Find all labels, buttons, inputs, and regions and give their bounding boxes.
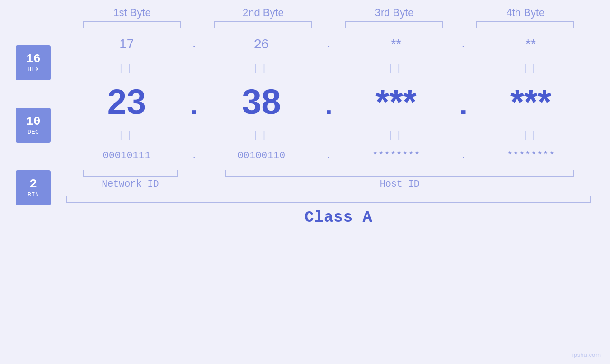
bin-name: BIN: [28, 191, 38, 198]
dec-cell-1: 23: [66, 84, 187, 120]
watermark: ipshu.com: [572, 351, 601, 358]
dot-1: .: [187, 37, 201, 51]
hex-cell-4: **: [470, 37, 591, 52]
dec-cell-3: ***: [336, 84, 457, 120]
par-1-1: ||: [118, 63, 135, 74]
hex-cell-1: 17: [66, 37, 187, 52]
top-bracket-cell-2: [197, 21, 328, 28]
host-bracket-wrapper: [208, 170, 591, 177]
par-2-1: ||: [118, 131, 135, 141]
bin-val-1: 00010111: [103, 150, 150, 161]
top-bracket-cell-1: [66, 21, 197, 28]
hex-val-1: 17: [119, 37, 134, 52]
hex-cell-2: 26: [201, 37, 322, 52]
hex-num: 16: [26, 53, 40, 65]
par-2-3: ||: [387, 131, 404, 141]
bin-num: 2: [29, 178, 37, 190]
top-bracket-1: [83, 21, 181, 28]
hex-val-2: 26: [254, 37, 269, 52]
bin-cell-2: 00100110: [201, 150, 322, 161]
hex-values-row: 17 . 26 . ** . **: [66, 28, 610, 61]
bin-val-2: 00100110: [237, 150, 285, 161]
base-labels-column: 16 HEX 10 DEC 2 BIN: [0, 0, 66, 364]
class-label-row: Class A: [66, 208, 610, 226]
page-container: 16 HEX 10 DEC 2 BIN 1st Byte 2nd Byte 3r…: [0, 0, 610, 364]
top-brackets-row: [66, 21, 610, 28]
dec-badge: 10 DEC: [16, 108, 51, 143]
top-bracket-4: [476, 21, 574, 28]
dec-values-row: 23 . 38 . *** . ***: [66, 76, 610, 128]
par-1-3: ||: [387, 63, 404, 74]
top-bracket-3: [345, 21, 443, 28]
hex-name: HEX: [28, 66, 38, 73]
right-column: 1st Byte 2nd Byte 3rd Byte 4th Byte 17: [66, 0, 610, 364]
network-bracket: [83, 170, 178, 177]
top-bracket-2: [214, 21, 312, 28]
byte-label-2: 2nd Byte: [197, 7, 328, 19]
dec-dot-1: .: [187, 93, 201, 121]
bin-cell-4: ********: [470, 150, 591, 161]
bin-cell-1: 00010111: [66, 150, 187, 161]
network-id-label: Network ID: [66, 178, 194, 189]
dec-name: DEC: [28, 129, 38, 136]
top-bracket-cell-4: [460, 21, 591, 28]
dec-dot-3: .: [456, 93, 470, 121]
dec-val-2: 38: [242, 84, 281, 120]
hex-cell-3: **: [336, 37, 457, 52]
parallel-row-2: || || || ||: [66, 128, 610, 143]
id-labels-row: Network ID Host ID: [66, 178, 610, 189]
dec-cell-4: ***: [470, 84, 591, 120]
dec-cell-2: 38: [201, 84, 322, 120]
bin-dot-3: .: [456, 150, 470, 161]
parallel-row-1: || || || ||: [66, 61, 610, 76]
dec-dot-2: .: [322, 93, 336, 121]
dot-3: .: [456, 37, 470, 51]
byte-labels-row: 1st Byte 2nd Byte 3rd Byte 4th Byte: [66, 0, 610, 19]
byte-label-4: 4th Byte: [460, 7, 591, 19]
hex-badge: 16 HEX: [16, 45, 51, 80]
bin-val-4: ********: [507, 150, 555, 161]
par-1-4: ||: [522, 63, 539, 74]
network-bracket-wrapper: [66, 170, 194, 177]
bin-cell-3: ********: [336, 150, 457, 161]
par-1-2: ||: [253, 63, 270, 74]
byte-label-1: 1st Byte: [66, 7, 197, 19]
full-bracket-wrapper: [66, 196, 610, 203]
bin-val-3: ********: [372, 150, 420, 161]
hex-val-4: **: [526, 37, 536, 52]
dec-val-4: ***: [510, 84, 551, 120]
dot-2: .: [322, 37, 336, 51]
byte-label-3: 3rd Byte: [329, 7, 460, 19]
bottom-brackets-row: [66, 170, 610, 177]
top-bracket-cell-3: [329, 21, 460, 28]
class-label: Class A: [304, 208, 372, 226]
dec-num: 10: [26, 115, 40, 128]
hex-val-3: **: [391, 37, 401, 52]
par-2-2: ||: [253, 131, 270, 141]
dec-val-3: ***: [375, 84, 416, 120]
bin-values-row: 00010111 . 00100110 . ******** . *******…: [66, 143, 610, 167]
par-2-4: ||: [522, 131, 539, 141]
bin-dot-2: .: [322, 150, 336, 161]
bin-dot-1: .: [187, 150, 201, 161]
bin-badge: 2 BIN: [16, 170, 51, 205]
host-id-label: Host ID: [208, 178, 591, 189]
host-bracket: [225, 170, 574, 177]
full-bracket: [66, 196, 591, 203]
dec-val-1: 23: [107, 84, 146, 120]
